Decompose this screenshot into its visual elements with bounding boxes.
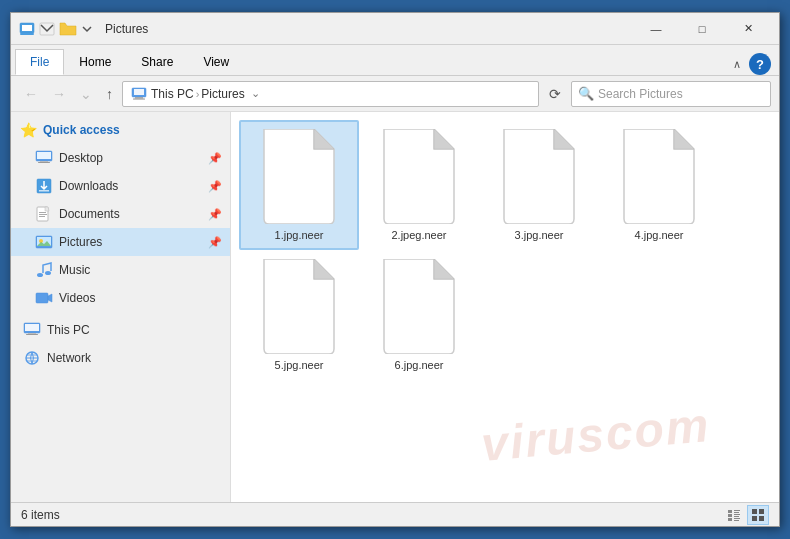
file-area: 1.jpg.neer 2.jpeg.neer	[231, 112, 779, 502]
nav-dropdown-button[interactable]: ⌄	[75, 83, 97, 105]
svg-rect-25	[25, 324, 39, 331]
view-controls	[723, 505, 769, 525]
file-item[interactable]: 5.jpg.neer	[239, 250, 359, 380]
sidebar-item-downloads[interactable]: Downloads 📌	[11, 172, 230, 200]
tab-file[interactable]: File	[15, 49, 64, 75]
sidebar-item-pictures[interactable]: Pictures 📌	[11, 228, 230, 256]
svg-rect-43	[752, 516, 757, 521]
file-item[interactable]: 6.jpg.neer	[359, 250, 479, 380]
generic-file-icon	[619, 129, 699, 224]
sidebar-item-music[interactable]: Music	[11, 256, 230, 284]
icon-view-button[interactable]	[747, 505, 769, 525]
svg-rect-40	[734, 520, 739, 521]
network-icon	[23, 349, 41, 367]
svg-rect-26	[28, 333, 36, 334]
music-icon	[35, 261, 53, 279]
sidebar-item-thispc[interactable]: This PC	[11, 316, 230, 344]
star-icon: ⭐	[19, 121, 37, 139]
refresh-button[interactable]: ⟳	[543, 83, 567, 105]
tab-view[interactable]: View	[188, 49, 244, 75]
svg-rect-33	[734, 510, 740, 511]
svg-rect-32	[728, 510, 732, 513]
search-bar[interactable]: 🔍 Search Pictures	[571, 81, 771, 107]
item-count: 6 items	[21, 508, 60, 522]
svg-point-21	[37, 273, 43, 277]
svg-rect-17	[39, 216, 45, 217]
pin-icon-downloads: 📌	[208, 180, 222, 193]
svg-rect-27	[26, 334, 38, 335]
explorer-window: Pictures — □ ✕ File Home Share View ∧ ? …	[10, 12, 780, 527]
tab-share[interactable]: Share	[126, 49, 188, 75]
sidebar-item-videos[interactable]: Videos	[11, 284, 230, 312]
svg-rect-38	[728, 518, 732, 521]
svg-rect-3	[40, 23, 54, 35]
sidebar-quickaccess-label: Quick access	[43, 123, 120, 137]
sidebar-documents-label: Documents	[59, 207, 120, 221]
svg-rect-37	[734, 516, 739, 517]
generic-file-icon	[379, 259, 459, 354]
ribbon-tabs: File Home Share View ∧ ?	[11, 45, 779, 75]
pin-icon-desktop: 📌	[208, 152, 222, 165]
qat-dropdown-icon[interactable]	[81, 21, 93, 37]
svg-rect-15	[39, 212, 46, 213]
title-bar-icons	[19, 21, 93, 37]
back-button[interactable]: ←	[19, 83, 43, 105]
address-bar[interactable]: This PC › Pictures ⌄	[122, 81, 539, 107]
breadcrumb-thispc[interactable]: This PC	[151, 87, 194, 101]
pictures-icon	[35, 233, 53, 251]
sidebar-thispc-label: This PC	[47, 323, 90, 337]
sidebar-desktop-label: Desktop	[59, 151, 103, 165]
svg-rect-41	[752, 509, 757, 514]
up-button[interactable]: ↑	[101, 83, 118, 105]
svg-rect-39	[734, 518, 740, 519]
close-button[interactable]: ✕	[725, 13, 771, 45]
breadcrumb: This PC › Pictures ⌄	[151, 87, 260, 101]
computer-icon	[131, 86, 147, 102]
file-item[interactable]: 3.jpg.neer	[479, 120, 599, 250]
sidebar-item-quickaccess[interactable]: ⭐ Quick access	[11, 116, 230, 144]
minimize-button[interactable]: —	[633, 13, 679, 45]
svg-rect-35	[728, 514, 732, 517]
videos-icon	[35, 289, 53, 307]
sidebar-item-documents[interactable]: Documents 📌	[11, 200, 230, 228]
thispc-icon	[23, 321, 41, 339]
forward-button[interactable]: →	[47, 83, 71, 105]
tab-home[interactable]: Home	[64, 49, 126, 75]
sidebar-item-desktop[interactable]: Desktop 📌	[11, 144, 230, 172]
svg-rect-2	[20, 33, 34, 35]
svg-rect-16	[39, 214, 47, 215]
file-item[interactable]: 4.jpg.neer	[599, 120, 719, 250]
title-bar: Pictures — □ ✕	[11, 13, 779, 45]
sidebar: ⭐ Quick access Desktop 📌	[11, 112, 231, 502]
window-controls: — □ ✕	[633, 13, 771, 45]
file-item[interactable]: 1.jpg.neer	[239, 120, 359, 250]
file-name: 5.jpg.neer	[275, 358, 324, 372]
ribbon: File Home Share View ∧ ?	[11, 45, 779, 76]
generic-file-icon	[499, 129, 579, 224]
ribbon-collapse-arrow[interactable]: ∧	[733, 58, 741, 71]
qat-icon2[interactable]	[39, 21, 55, 37]
svg-rect-42	[759, 509, 764, 514]
main-content: ⭐ Quick access Desktop 📌	[11, 112, 779, 502]
ribbon-help: ∧ ?	[733, 53, 775, 75]
svg-rect-6	[135, 97, 143, 99]
window-title: Pictures	[105, 22, 633, 36]
svg-rect-36	[734, 514, 740, 515]
maximize-button[interactable]: □	[679, 13, 725, 45]
downloads-icon	[35, 177, 53, 195]
help-button[interactable]: ?	[749, 53, 771, 75]
address-dropdown-arrow[interactable]: ⌄	[251, 87, 260, 100]
list-view-button[interactable]	[723, 505, 745, 525]
file-name: 3.jpg.neer	[515, 228, 564, 242]
file-icon-wrapper	[365, 129, 473, 224]
file-item[interactable]: 2.jpeg.neer	[359, 120, 479, 250]
breadcrumb-pictures[interactable]: Pictures	[201, 87, 244, 101]
sidebar-downloads-label: Downloads	[59, 179, 118, 193]
sidebar-music-label: Music	[59, 263, 90, 277]
file-area-wrapper: 1.jpg.neer 2.jpeg.neer	[231, 112, 779, 502]
generic-file-icon	[259, 259, 339, 354]
generic-file-icon	[259, 129, 339, 224]
sidebar-item-network[interactable]: Network	[11, 344, 230, 372]
file-icon-wrapper	[365, 259, 473, 354]
svg-rect-11	[38, 162, 50, 163]
